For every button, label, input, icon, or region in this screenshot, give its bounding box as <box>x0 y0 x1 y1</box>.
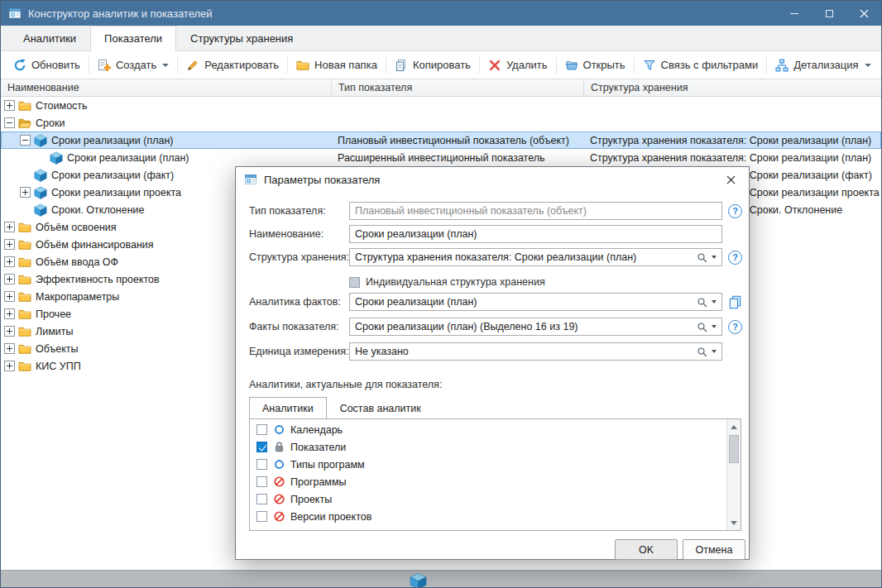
checkbox-individual-storage[interactable] <box>349 277 360 288</box>
help-icon[interactable]: ? <box>728 320 742 334</box>
column-header-1[interactable]: Тип показателя <box>332 79 584 96</box>
toolbar-button-label: Удалить <box>506 59 548 71</box>
checkbox-checked[interactable] <box>256 442 267 452</box>
expand-icon[interactable] <box>4 274 15 284</box>
copy-icon[interactable] <box>728 295 742 309</box>
row-label: Прочее <box>36 308 71 320</box>
expand-icon[interactable] <box>4 239 15 250</box>
dialog-icon <box>244 173 257 186</box>
expand-icon[interactable] <box>4 343 15 354</box>
toolbar-button-create[interactable]: Создать <box>92 55 175 76</box>
new-folder-icon <box>296 59 309 72</box>
arrow-up-icon <box>731 425 737 429</box>
scroll-down-button[interactable] <box>727 516 741 529</box>
toolbar-button-label: Обновить <box>31 59 80 71</box>
checkbox-unchecked[interactable] <box>256 494 267 504</box>
cube-icon <box>50 151 63 165</box>
expand-icon[interactable] <box>20 187 31 198</box>
lookup-buttons <box>697 347 717 357</box>
dropdown-caret-icon[interactable] <box>162 64 169 67</box>
help-icon[interactable]: ? <box>728 204 742 218</box>
table-row[interactable]: Сроки реализации (план)Расширенный инвес… <box>1 149 881 166</box>
dropdown-caret-icon[interactable] <box>712 256 717 259</box>
toolbar-button-filter-link[interactable]: Связь с фильтрами <box>637 55 765 76</box>
tab-indicators[interactable]: Показатели <box>90 26 176 51</box>
name-input[interactable]: Сроки реализации (план) <box>349 225 722 243</box>
table-row[interactable]: Сроки <box>1 114 881 131</box>
tab-storage-structures[interactable]: Структуры хранения <box>176 26 307 51</box>
analytics-label: Календарь <box>290 424 343 436</box>
checkbox-unchecked[interactable] <box>256 424 267 435</box>
magnifier-icon[interactable] <box>697 297 707 308</box>
help-icon[interactable]: ? <box>728 251 742 265</box>
dialog-close-button[interactable] <box>719 170 742 189</box>
toolbar-button-open[interactable]: Открыть <box>559 55 631 76</box>
checkbox-unchecked[interactable] <box>256 511 267 522</box>
toolbar-button-delete[interactable]: Удалить <box>482 55 554 76</box>
analytics-item[interactable]: Показатели <box>250 438 726 456</box>
dropdown-caret-icon[interactable] <box>712 300 717 304</box>
magnifier-icon[interactable] <box>697 347 707 357</box>
scroll-up-button[interactable] <box>727 420 741 433</box>
tab-analytics[interactable]: Аналитики <box>9 26 90 51</box>
checkbox-unchecked[interactable] <box>256 476 267 487</box>
column-header-2[interactable]: Структура хранения <box>584 79 882 96</box>
maximize-button[interactable] <box>812 1 846 26</box>
field-value: Не указано <box>355 346 693 357</box>
toolbar-button-edit[interactable]: Редактировать <box>180 55 285 76</box>
analytics-item[interactable]: Программы <box>250 473 726 490</box>
dropdown-caret-icon[interactable] <box>865 64 871 67</box>
analytics-item[interactable]: Версии проектов <box>250 508 726 525</box>
scrollbar[interactable] <box>726 419 741 530</box>
row-label: Объекты <box>36 343 79 355</box>
toolbar-button-label: Открыть <box>583 59 626 71</box>
expand-icon[interactable] <box>4 326 15 337</box>
toolbar-button-copy[interactable]: Копировать <box>389 55 477 76</box>
expand-icon[interactable] <box>4 308 15 319</box>
storage-input[interactable]: Структура хранения показателя: Сроки реа… <box>349 248 722 266</box>
minimize-button[interactable] <box>777 1 812 26</box>
table-row[interactable]: Стоимость <box>1 97 881 114</box>
row-label: Эффективность проектов <box>36 274 160 285</box>
expand-icon[interactable] <box>4 256 15 267</box>
analytics-item[interactable]: Календарь <box>250 421 726 438</box>
indicator-facts-input[interactable]: Сроки реализации (план) (Выделено 16 из … <box>349 318 722 336</box>
analytics-item[interactable]: Проекты <box>250 490 726 508</box>
column-header-0[interactable]: Наименование <box>1 79 332 96</box>
close-button[interactable] <box>846 1 881 26</box>
lookup-buttons <box>697 252 717 263</box>
magnifier-icon[interactable] <box>697 252 707 263</box>
lock-icon <box>273 441 285 453</box>
collapse-icon[interactable] <box>20 135 31 146</box>
checkbox-unchecked[interactable] <box>256 459 267 470</box>
toolbar-button-new-folder[interactable]: Новая папка <box>290 55 383 76</box>
scroll-thumb[interactable] <box>729 435 739 463</box>
open-icon <box>565 59 578 72</box>
collapse-icon[interactable] <box>4 117 15 128</box>
toolbar-button-detail[interactable]: Детализация <box>769 55 876 76</box>
type-input[interactable]: Плановый инвестиционный показатель (объе… <box>349 202 722 220</box>
unit-input[interactable]: Не указано <box>349 342 722 361</box>
folder-icon <box>18 99 31 112</box>
field-row-fact-analytics: Аналитика фактов:Сроки реализации (план) <box>249 293 742 311</box>
magnifier-icon[interactable] <box>697 322 707 332</box>
dialog-tab-analytics[interactable]: Аналитики <box>249 397 327 420</box>
bottom-strip <box>1 570 881 588</box>
expand-icon[interactable] <box>4 100 15 111</box>
row-label: Сроки <box>36 117 65 129</box>
expand-icon[interactable] <box>4 361 15 371</box>
toolbar-button-refresh[interactable]: Обновить <box>7 55 86 76</box>
dialog-tab-composition[interactable]: Состав аналитик <box>327 397 434 420</box>
analytics-label: Программы <box>290 476 347 488</box>
cancel-button[interactable]: Отмена <box>683 539 745 560</box>
expand-icon[interactable] <box>4 222 15 232</box>
fact-analytics-input[interactable]: Сроки реализации (план) <box>349 293 722 311</box>
row-label: Сроки реализации (факт) <box>51 170 174 181</box>
dropdown-caret-icon[interactable] <box>712 350 717 353</box>
dropdown-caret-icon[interactable] <box>712 325 717 328</box>
ok-button[interactable]: OK <box>615 539 678 560</box>
table-row[interactable]: Сроки реализации (план)Плановый инвестиц… <box>1 131 881 149</box>
edit-icon <box>186 59 199 72</box>
analytics-item[interactable]: Типы программ <box>250 456 726 473</box>
expand-icon[interactable] <box>4 291 15 302</box>
